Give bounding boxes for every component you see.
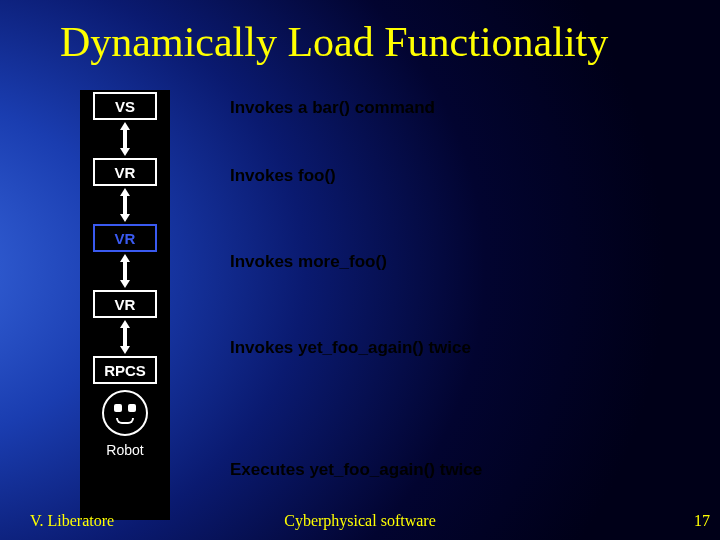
diagram-column: VS VR VR VR RPCS Robot	[80, 90, 170, 520]
robot-icon	[102, 390, 148, 436]
annotation: Invokes more_foo()	[230, 252, 387, 272]
annotation: Invokes yet_foo_again() twice	[230, 338, 471, 358]
footer-page-number: 17	[694, 512, 710, 530]
annotation: Invokes a bar() command	[230, 98, 435, 118]
robot-label: Robot	[106, 442, 143, 458]
double-arrow-icon	[116, 186, 134, 224]
slide-title: Dynamically Load Functionality	[60, 18, 608, 66]
double-arrow-icon	[116, 120, 134, 158]
double-arrow-icon	[116, 252, 134, 290]
robot-block: Robot	[102, 390, 148, 458]
annotation: Invokes foo()	[230, 166, 336, 186]
node-vr-highlight: VR	[93, 224, 157, 252]
node-vr: VR	[93, 158, 157, 186]
footer-title: Cyberphysical software	[0, 512, 720, 530]
node-vs: VS	[93, 92, 157, 120]
node-rpcs: RPCS	[93, 356, 157, 384]
double-arrow-icon	[116, 318, 134, 356]
node-vr: VR	[93, 290, 157, 318]
annotation: Executes yet_foo_again() twice	[230, 460, 482, 480]
